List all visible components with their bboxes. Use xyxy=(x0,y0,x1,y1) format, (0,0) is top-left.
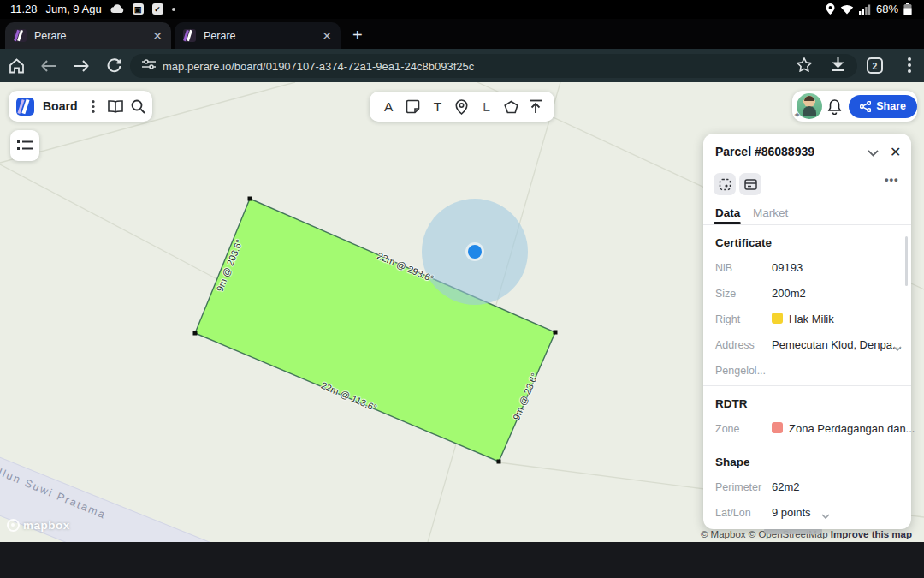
section-rdtr: RDTR xyxy=(715,397,748,410)
row-nib-label: NiB xyxy=(715,262,732,274)
section-shape: Shape xyxy=(715,456,750,468)
latlon-chevron-icon[interactable] xyxy=(821,509,830,521)
row-nib-value: 09193 xyxy=(772,261,803,274)
search-icon[interactable] xyxy=(127,99,149,114)
tab-data[interactable]: Data xyxy=(715,206,740,219)
url-bar[interactable]: map.perare.io/board/01907107-a374-72a1-9… xyxy=(130,54,857,78)
upload-tool-button[interactable] xyxy=(525,97,546,117)
panel-more-icon[interactable]: ••• xyxy=(885,173,899,186)
status-time: 11.28 xyxy=(10,3,38,15)
wifi-icon xyxy=(840,4,854,15)
address-chevron-icon[interactable] xyxy=(893,341,902,354)
browser-menu-icon[interactable] xyxy=(900,56,919,74)
battery-percent: 68% xyxy=(876,3,898,15)
browser-tab-1[interactable]: Perare ✕ xyxy=(5,22,171,49)
gps-location-dot xyxy=(468,245,482,259)
tab-close-icon[interactable]: ✕ xyxy=(322,29,332,43)
row-right-label: Right xyxy=(715,313,740,325)
forward-button[interactable] xyxy=(65,60,98,72)
parcel-panel: Parcel #86088939 ✕ ••• Data Market Certi… xyxy=(703,134,911,529)
tab-market[interactable]: Market xyxy=(753,206,788,219)
tab-switcher-button[interactable]: 2 xyxy=(867,57,883,74)
panel-close-icon[interactable]: ✕ xyxy=(890,144,901,160)
account-cluster: Share xyxy=(792,91,917,122)
polygon-tool-button[interactable] xyxy=(500,97,521,117)
notifications-bell-icon[interactable] xyxy=(822,98,847,115)
line-tool-button[interactable]: L xyxy=(477,97,497,117)
home-button[interactable] xyxy=(0,58,33,74)
section-certificate: Certificate xyxy=(715,236,772,249)
row-latlon-label: Lat/Lon xyxy=(715,507,751,519)
site-settings-icon[interactable] xyxy=(142,58,156,74)
perare-favicon xyxy=(14,29,27,42)
pin-tool-button[interactable] xyxy=(452,97,472,117)
android-nav-bar: B 51 xyxy=(0,542,924,578)
reload-button[interactable] xyxy=(98,58,130,73)
zone-color-swatch xyxy=(772,422,783,433)
note-tool-button[interactable] xyxy=(403,97,424,117)
board-toolbar: Board xyxy=(9,91,152,122)
image-card-icon xyxy=(744,179,757,190)
board-menu-icon[interactable] xyxy=(82,100,104,113)
select-area-button[interactable] xyxy=(714,173,736,195)
improve-map-link[interactable]: Improve this map xyxy=(831,529,912,539)
draw-toolbar: A T L xyxy=(370,92,554,122)
row-zone-value: Zona Perdagangan dan... xyxy=(789,422,915,435)
new-tab-button[interactable]: + xyxy=(352,26,363,45)
board-title: Board xyxy=(43,99,77,113)
mapbox-logo[interactable]: mapbox xyxy=(7,519,70,532)
text-tool-button[interactable]: T xyxy=(427,97,447,117)
mapbox-icon xyxy=(7,519,20,532)
row-perimeter-value: 62m2 xyxy=(772,480,800,493)
gallery-notification-icon: ▣ xyxy=(133,3,144,15)
row-perimeter-label: Perimeter xyxy=(715,481,761,493)
row-latlon-value: 9 points xyxy=(772,506,811,519)
selection-dashed-icon xyxy=(719,178,732,191)
tab-title: Perare xyxy=(204,30,315,42)
share-icon xyxy=(860,101,871,112)
tab-close-icon[interactable]: ✕ xyxy=(152,29,163,43)
url-text: map.perare.io/board/01907107-a374-72a1-9… xyxy=(163,60,797,73)
row-pengelola-label: Pengelol... xyxy=(715,365,766,377)
browser-tab-strip: Perare ✕ Perare ✕ + xyxy=(0,19,924,49)
list-icon xyxy=(17,140,33,152)
image-card-button[interactable] xyxy=(739,173,761,195)
row-address-label: Address xyxy=(715,339,755,351)
download-icon[interactable] xyxy=(831,57,845,75)
panel-scrollbar-thumb[interactable] xyxy=(905,236,908,286)
browser-tab-2-active[interactable]: Perare ✕ xyxy=(175,22,341,49)
panel-collapse-chevron-icon[interactable] xyxy=(868,146,879,159)
layers-list-button[interactable] xyxy=(10,130,39,161)
status-date: Jum, 9 Agu xyxy=(46,3,102,15)
bookmark-star-icon[interactable] xyxy=(797,57,812,75)
right-color-swatch xyxy=(772,313,783,324)
battery-icon xyxy=(903,3,912,15)
row-zone-label: Zone xyxy=(715,423,740,435)
location-on-icon xyxy=(826,3,835,15)
perare-logo xyxy=(16,98,34,116)
row-size-value: 200m2 xyxy=(772,287,806,300)
screen: 11.28 Jum, 9 Agu ▣ ✓ 68% xyxy=(0,0,924,578)
row-address-value: Pemecutan Klod, Denpa... xyxy=(772,338,902,351)
gps-accuracy-circle xyxy=(422,199,528,305)
browser-toolbar: map.perare.io/board/01907107-a374-72a1-9… xyxy=(0,49,924,82)
library-book-icon[interactable] xyxy=(104,100,127,113)
cloud-icon xyxy=(110,4,124,14)
notification-dot xyxy=(172,8,175,11)
share-button[interactable]: Share xyxy=(849,95,917,118)
signal-icon xyxy=(859,4,871,15)
message-notification-icon: ✓ xyxy=(152,3,163,15)
avatar-badge-star-icon: ✦ xyxy=(793,110,801,121)
row-size-label: Size xyxy=(715,288,736,300)
label-tool-button[interactable]: A xyxy=(378,97,399,117)
perare-favicon xyxy=(183,29,196,42)
android-status-bar: 11.28 Jum, 9 Agu ▣ ✓ 68% xyxy=(0,0,924,19)
parcel-title: Parcel #86088939 xyxy=(715,145,814,158)
row-right-value: Hak Milik xyxy=(789,313,834,325)
back-button[interactable] xyxy=(33,60,65,72)
tab-title: Perare xyxy=(34,30,145,42)
